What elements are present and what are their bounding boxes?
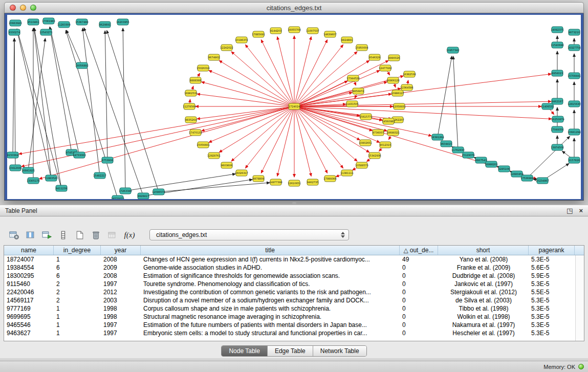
network-node[interactable]: 9330274: [9, 29, 20, 35]
network-edge[interactable]: [84, 28, 143, 196]
network-node[interactable]: 15950004: [355, 45, 368, 51]
network-edge[interactable]: [67, 30, 82, 65]
network-node[interactable]: 11762830: [451, 147, 464, 153]
network-node[interactable]: 20663923: [9, 20, 21, 26]
float-panel-icon[interactable]: ◳: [567, 207, 573, 214]
network-window-titlebar[interactable]: citations_edges.txt: [4, 2, 584, 13]
network-node[interactable]: 17999366: [323, 176, 336, 182]
table-scrollbar[interactable]: [575, 255, 584, 341]
network-node[interactable]: 12364586: [400, 84, 413, 91]
close-panel-icon[interactable]: ×: [579, 207, 583, 214]
network-node[interactable]: 1724024: [289, 103, 300, 110]
column-header-out_degree[interactable]: △out_de...: [400, 246, 438, 255]
tab-network-table[interactable]: Network Table: [313, 346, 366, 356]
network-node[interactable]: 16250879: [551, 116, 564, 122]
network-node[interactable]: 16570023: [111, 195, 124, 199]
network-node[interactable]: 16026317: [235, 170, 248, 176]
network-node[interactable]: 12815630: [568, 101, 580, 107]
network-node[interactable]: 16906128: [386, 77, 399, 83]
column-header-short[interactable]: short: [438, 246, 529, 255]
network-node[interactable]: 15615771: [359, 114, 372, 120]
network-node[interactable]: 11983520: [45, 175, 57, 181]
table-row[interactable]: 1872400712008Changes of HCN gene express…: [4, 255, 576, 264]
import-table-button[interactable]: [105, 229, 119, 241]
network-node[interactable]: 8753906: [102, 157, 113, 163]
network-edge[interactable]: [39, 106, 294, 179]
network-node[interactable]: 16382538: [403, 71, 416, 77]
network-node[interactable]: 11007537: [306, 28, 319, 34]
network-edge[interactable]: [17, 29, 51, 178]
network-node[interactable]: 17344528: [346, 75, 359, 81]
network-node[interactable]: 9835264: [185, 117, 197, 123]
network-node[interactable]: 9873210: [569, 29, 580, 35]
network-node[interactable]: 17470133: [189, 129, 202, 136]
export-table-button[interactable]: [40, 229, 53, 241]
network-node[interactable]: 12543271: [39, 29, 52, 35]
network-node[interactable]: 11431505: [345, 101, 358, 107]
table-row[interactable]: 946554611997Estimation of the future num…: [4, 321, 576, 329]
network-edge[interactable]: [527, 136, 570, 178]
network-node[interactable]: 10986127: [391, 90, 404, 96]
table-select-dropdown[interactable]: citations_edges.txt: [149, 229, 349, 240]
network-edge[interactable]: [13, 38, 14, 155]
network-edge[interactable]: [123, 28, 125, 191]
network-edge[interactable]: [107, 30, 159, 192]
network-node[interactable]: 18698321: [386, 129, 399, 136]
network-edge[interactable]: [294, 60, 388, 106]
network-edge[interactable]: [105, 31, 107, 160]
network-node[interactable]: 12610651: [288, 180, 300, 186]
network-edge[interactable]: [14, 38, 15, 168]
network-edge[interactable]: [125, 174, 235, 191]
table-row[interactable]: 946362711997Embryonic stem cells: a mode…: [4, 329, 576, 337]
column-header-pagerank[interactable]: pagerank: [529, 246, 575, 255]
network-node[interactable]: 10957342: [446, 47, 459, 53]
network-node[interactable]: 8888388: [190, 77, 201, 83]
network-node[interactable]: 16962531: [184, 90, 197, 96]
table-row[interactable]: 969969511998Structural magnetic resonanc…: [4, 313, 576, 321]
network-node[interactable]: 14560981: [382, 118, 395, 124]
column-header-name[interactable]: name: [4, 246, 54, 255]
network-node[interactable]: 9674902: [208, 54, 220, 60]
table-mode-button[interactable]: [7, 229, 20, 241]
network-node[interactable]: 12477932: [379, 65, 391, 71]
panel-splitter[interactable]: [0, 201, 588, 205]
network-node[interactable]: 18056892: [75, 62, 88, 69]
network-edge[interactable]: [294, 106, 431, 136]
column-header-in_degree[interactable]: in_degree: [54, 246, 101, 255]
network-node[interactable]: 9150364: [7, 152, 18, 158]
network-node[interactable]: 12096574: [152, 189, 165, 195]
network-node[interactable]: 12058931: [393, 103, 405, 110]
network-node[interactable]: 10196372: [235, 37, 248, 43]
network-node[interactable]: 10412936: [9, 165, 21, 171]
row-height-button[interactable]: [56, 229, 70, 241]
network-node[interactable]: 9144203: [270, 28, 281, 34]
network-edge[interactable]: [50, 27, 79, 155]
table-row[interactable]: 1830029562008Estimation of significance …: [4, 272, 576, 280]
table-row[interactable]: 1938455462009Genome-wide association stu…: [4, 264, 576, 272]
table-row[interactable]: 1456911722003Disruption of a novel membe…: [4, 296, 576, 304]
network-node[interactable]: 16998201: [485, 161, 497, 167]
network-node[interactable]: 16327754: [568, 45, 580, 51]
network-node[interactable]: 10681294: [568, 129, 580, 135]
network-node[interactable]: 9462735: [307, 179, 318, 185]
table-row[interactable]: 977716911998Corpus callosum shape and si…: [4, 304, 576, 313]
tab-edge-table[interactable]: Edge Table: [268, 346, 313, 356]
table-row[interactable]: 2242004622012Investigating the contribut…: [4, 288, 576, 296]
zoom-window-button[interactable]: [30, 5, 36, 11]
network-node[interactable]: 18391264: [431, 134, 444, 140]
network-edge[interactable]: [294, 101, 551, 106]
network-canvas[interactable]: 1724024120589311626220718698321901231515…: [7, 15, 581, 199]
network-edge[interactable]: [66, 30, 118, 199]
network-node[interactable]: 8956023: [552, 70, 563, 76]
minimize-window-button[interactable]: [20, 5, 26, 11]
network-node[interactable]: 15482217: [93, 172, 106, 179]
network-node[interactable]: 15342936: [368, 152, 381, 159]
network-node[interactable]: 12928761: [207, 152, 220, 159]
network-edge[interactable]: [438, 56, 452, 137]
network-node[interactable]: 10588573: [355, 162, 368, 168]
network-edge[interactable]: [21, 106, 294, 166]
network-node[interactable]: 8990026: [388, 55, 400, 61]
tab-node-table[interactable]: Node Table: [222, 346, 268, 356]
network-edge[interactable]: [34, 28, 51, 178]
network-node[interactable]: 11278566: [183, 103, 195, 110]
